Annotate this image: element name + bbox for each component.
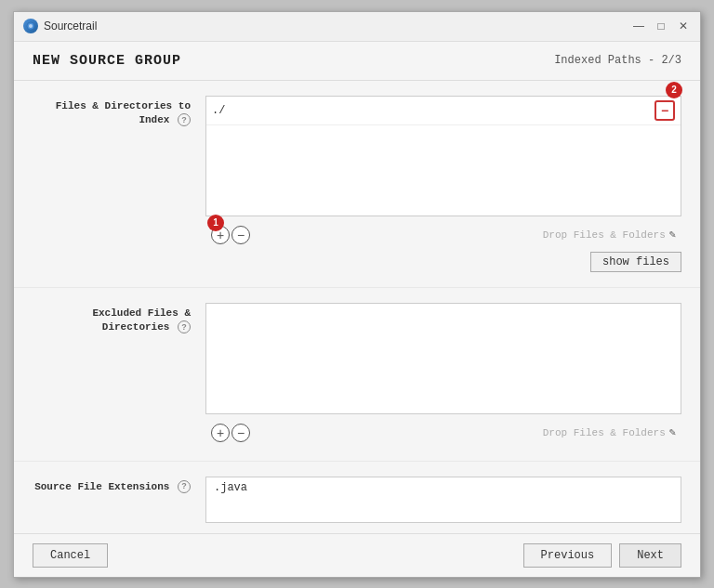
entry-remove-button[interactable]: −: [654, 100, 675, 121]
show-files-button[interactable]: show files: [590, 252, 681, 272]
source-extensions-section: Source File Extensions ? .java: [14, 462, 700, 533]
svg-point-1: [29, 24, 33, 28]
drop-hint-label: Drop Files & Folders: [250, 229, 669, 241]
pencil-icon[interactable]: ✎: [669, 228, 676, 242]
source-extensions-help-icon[interactable]: ?: [178, 480, 191, 493]
source-extensions-content: .java: [205, 477, 681, 523]
cancel-button[interactable]: Cancel: [33, 543, 108, 568]
title-bar-left: Sourcetrail: [23, 19, 97, 33]
previous-button[interactable]: Previous: [523, 543, 613, 568]
badge-1: 1: [207, 215, 224, 231]
source-extensions-label: Source File Extensions ?: [33, 477, 191, 523]
maximize-button[interactable]: □: [654, 19, 668, 33]
files-directories-label: Files & Directories to Index ?: [33, 96, 191, 272]
window-controls: — □ ✕: [631, 19, 691, 33]
close-button[interactable]: ✕: [676, 19, 691, 33]
title-bar: Sourcetrail — □ ✕: [14, 12, 700, 42]
footer: Cancel Previous Next: [14, 533, 700, 577]
remove-path-button[interactable]: −: [231, 226, 250, 244]
app-icon: [23, 19, 38, 33]
extension-entry: .java: [206, 477, 681, 498]
next-button[interactable]: Next: [619, 543, 681, 568]
content-area: Files & Directories to Index ? ./ 2 −: [14, 81, 700, 533]
remove-excluded-button[interactable]: −: [231, 424, 250, 442]
excluded-pencil-icon[interactable]: ✎: [669, 425, 676, 439]
excluded-add-remove-btns: + −: [211, 424, 250, 442]
toolbar-row: 1 + − Drop Files & Folders ✎: [205, 222, 681, 248]
footer-right: Previous Next: [523, 543, 681, 568]
excluded-files-section: Excluded Files & Directories ? + − Drop …: [14, 288, 700, 462]
files-list-area: ./ 2 −: [205, 96, 681, 216]
window-title: Sourcetrail: [44, 20, 97, 33]
excluded-drop-hint-label: Drop Files & Folders: [250, 427, 669, 438]
file-entry-path: ./: [212, 104, 654, 117]
excluded-toolbar-row: + − Drop Files & Folders ✎: [205, 420, 681, 446]
files-directories-content: ./ 2 − 1 +: [205, 96, 681, 272]
add-excluded-button[interactable]: +: [211, 424, 230, 442]
badge-2: 2: [666, 82, 682, 98]
files-directories-help-icon[interactable]: ?: [178, 113, 191, 126]
indexed-paths-label: Indexed Paths - 2/3: [554, 54, 681, 67]
files-directories-section: Files & Directories to Index ? ./ 2 −: [14, 81, 700, 288]
excluded-files-content: + − Drop Files & Folders ✎: [205, 303, 681, 446]
add-remove-btns: 1 + −: [211, 226, 250, 244]
minimize-button[interactable]: —: [631, 19, 646, 33]
main-window: Sourcetrail — □ ✕ NEW SOURCE GROUP Index…: [13, 11, 701, 578]
file-entry: ./ 2 −: [206, 97, 681, 125]
excluded-files-label: Excluded Files & Directories ?: [33, 303, 191, 446]
page-title: NEW SOURCE GROUP: [33, 53, 181, 69]
excluded-list-area: [205, 303, 681, 414]
show-files-container: show files: [205, 252, 681, 272]
extensions-list-area: .java: [205, 477, 681, 523]
header-bar: NEW SOURCE GROUP Indexed Paths - 2/3: [14, 42, 700, 81]
excluded-files-help-icon[interactable]: ?: [178, 320, 191, 333]
